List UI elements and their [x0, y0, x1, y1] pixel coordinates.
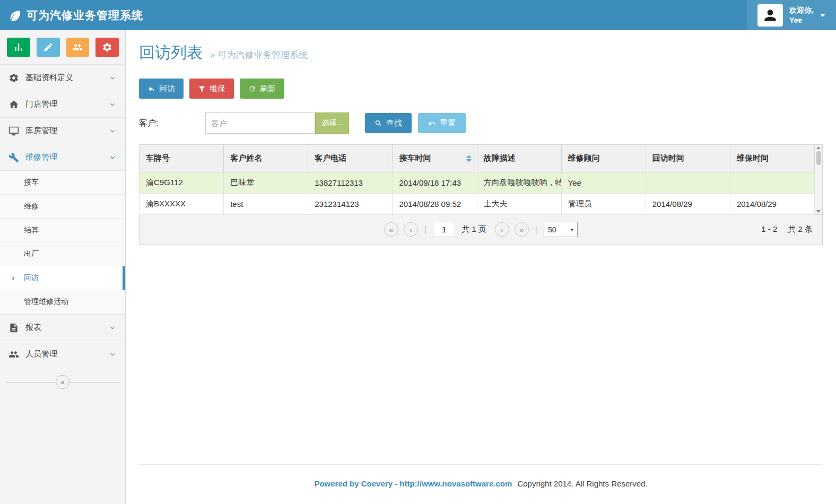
users-button[interactable]	[66, 38, 90, 57]
sidebar-item-warehouse[interactable]: 库房管理	[0, 117, 125, 144]
select-caret-icon: ▾	[571, 227, 573, 232]
range-info: 1 - 2	[761, 224, 777, 234]
prev-page-button[interactable]: ‹	[404, 222, 418, 237]
reset-button-label: 重置	[440, 118, 456, 128]
col-header-pickup-time[interactable]: 接车时间	[393, 145, 477, 172]
select-customer-button[interactable]: 选择...	[315, 112, 349, 134]
active-submenu-arrow-icon: ›	[12, 273, 14, 283]
cell-advisor: Yee	[561, 172, 646, 194]
submenu-label: 维修	[24, 202, 39, 211]
top-header: 可为汽修业务管理系统 欢迎你, Yee	[0, 0, 836, 30]
page-title: 回访列表	[139, 42, 203, 64]
submenu-label: 回访	[24, 273, 39, 283]
revisit-button-label: 回访	[159, 84, 175, 94]
refresh-button[interactable]: 刷新	[240, 79, 284, 99]
copyright-text: Copyright 2014. All Rights Reserved.	[517, 479, 647, 488]
last-page-button[interactable]: »	[515, 222, 529, 237]
submenu-item-receive-car[interactable]: 接车	[0, 171, 125, 195]
page-number-input[interactable]	[433, 222, 455, 237]
sidebar-collapse-row: «	[0, 375, 125, 389]
people-icon	[8, 349, 19, 360]
edit-button[interactable]	[37, 38, 60, 57]
maintenance-button-label: 维保	[210, 84, 225, 94]
monitor-icon	[8, 126, 19, 136]
customer-input[interactable]	[205, 112, 315, 134]
welcome-line1: 欢迎你,	[789, 5, 814, 15]
submenu-item-settlement[interactable]: 结算	[0, 219, 125, 242]
sidebar-item-stores[interactable]: 门店管理	[0, 91, 125, 117]
search-button[interactable]: 查找	[365, 113, 412, 133]
leaf-icon	[8, 8, 22, 22]
chevron-down-icon	[108, 350, 117, 359]
cell-plate: 渝C9G112	[140, 172, 224, 194]
sidebar-item-reports[interactable]: 报表	[0, 314, 125, 341]
table-row[interactable]: 渝C9G112 巴味堂 13827112313 2014/09/18 17:43…	[140, 172, 815, 194]
col-header-repair-advisor[interactable]: 维修顾问	[561, 145, 646, 172]
customer-filter-label: 客户:	[139, 118, 205, 129]
table-scrollbar[interactable]	[815, 144, 823, 215]
scrollbar-down-icon[interactable]	[816, 210, 821, 213]
col-header-revisit-time[interactable]: 回访时间	[646, 145, 730, 172]
total-info: 共 2 条	[788, 224, 813, 234]
gear-icon	[8, 73, 19, 83]
toolbar: 回访 维保 刷新	[126, 70, 836, 99]
table-row[interactable]: 渝BXXXXX test 2312314123 2014/08/28 09:52…	[140, 194, 815, 215]
table-header-row: 车牌号 客户姓名 客户电话 接车时间 故障描述 维修顾问 回访时间 维保时间	[140, 145, 815, 172]
chevron-down-icon[interactable]	[820, 14, 825, 17]
settings-button[interactable]	[95, 38, 119, 57]
cell-plate: 渝BXXXXX	[140, 194, 224, 215]
powered-by-link[interactable]: Powered by Coevery - http://www.novasoft…	[314, 479, 512, 488]
scrollbar-thumb[interactable]	[816, 151, 821, 165]
sort-icon[interactable]	[466, 155, 472, 162]
submenu-item-manage-repair-activities[interactable]: 管理维修活动	[0, 290, 125, 314]
col-header-plate-number[interactable]: 车牌号	[140, 145, 224, 172]
undo-icon	[428, 119, 436, 127]
gear-icon	[102, 42, 112, 53]
wrench-icon	[8, 152, 19, 163]
first-page-button[interactable]: «	[384, 222, 398, 237]
col-header-maintenance-time[interactable]: 维保时间	[730, 145, 814, 172]
reply-arrow-icon	[147, 85, 155, 93]
report-file-icon	[8, 323, 19, 333]
welcome-username: Yee	[789, 15, 814, 25]
refresh-icon	[248, 85, 256, 93]
customer-input-group: 选择...	[205, 112, 349, 134]
cell-pickup-time: 2014/09/18 17:43	[393, 172, 477, 194]
menu-label: 门店管理	[25, 99, 57, 109]
scrollbar-up-icon[interactable]	[816, 146, 821, 149]
filter-row: 客户: 选择... 查找 重置	[126, 99, 836, 134]
filter-icon	[198, 85, 206, 93]
sidebar-item-repair-management[interactable]: 维修管理	[0, 144, 125, 170]
submenu-item-delivery[interactable]: 出厂	[0, 242, 125, 266]
refresh-button-label: 刷新	[260, 84, 276, 94]
revisit-table: 车牌号 客户姓名 客户电话 接车时间 故障描述 维修顾问 回访时间 维保时间	[139, 144, 815, 215]
page-size-select[interactable]: 50 ▾	[544, 222, 578, 237]
sidebar-item-personnel[interactable]: 人员管理	[0, 341, 125, 367]
maintenance-button[interactable]: 维保	[189, 79, 234, 99]
col-header-fault-description[interactable]: 故障描述	[477, 145, 561, 172]
pagination-info: 1 - 2 共 2 条	[761, 224, 813, 234]
app-brand: 可为汽修业务管理系统	[0, 8, 143, 23]
next-page-button[interactable]: ›	[495, 222, 509, 237]
col-header-customer-phone[interactable]: 客户电话	[308, 145, 393, 172]
people-icon	[72, 42, 83, 53]
user-menu[interactable]: 欢迎你, Yee	[747, 0, 836, 30]
col-header-customer-name[interactable]: 客户姓名	[224, 145, 308, 172]
submenu-item-repair[interactable]: 维修	[0, 195, 125, 219]
chevron-down-icon	[108, 74, 117, 82]
chevron-down-icon	[108, 324, 117, 332]
menu-label: 报表	[25, 323, 41, 333]
footer: Powered by Coevery - http://www.novasoft…	[139, 464, 823, 504]
submenu-item-revisit[interactable]: › 回访	[0, 266, 125, 290]
submenu-label: 出厂	[24, 249, 39, 259]
bar-chart-icon	[13, 42, 24, 53]
sidebar-item-base-data[interactable]: 基础资料定义	[0, 64, 125, 91]
dashboard-chart-button[interactable]	[7, 38, 30, 57]
welcome-text: 欢迎你, Yee	[789, 5, 814, 25]
cell-maintenance-time: 2014/08/29	[730, 194, 814, 215]
cell-phone: 13827112313	[308, 172, 393, 194]
breadcrumb: » 可为汽修业务管理系统	[210, 49, 308, 61]
collapse-sidebar-button[interactable]: «	[56, 375, 69, 389]
revisit-button[interactable]: 回访	[139, 79, 184, 99]
reset-button[interactable]: 重置	[418, 113, 466, 133]
